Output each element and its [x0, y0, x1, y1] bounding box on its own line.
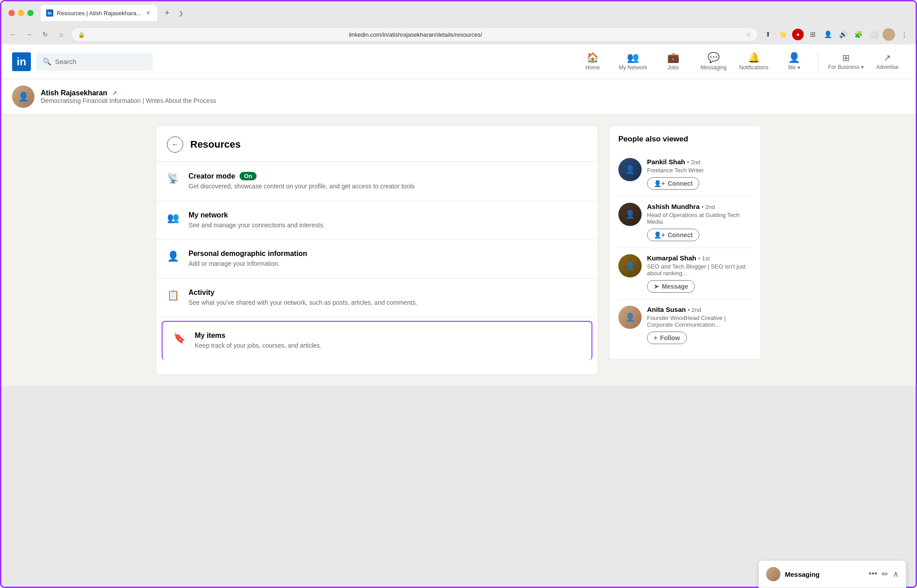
my-network-name: My network — [189, 211, 587, 219]
menu-icon[interactable]: ⋮ — [898, 28, 910, 41]
my-items-icon: 🔖 — [173, 332, 186, 344]
back-button[interactable]: ← — [167, 136, 183, 153]
person-item-1: 👤 Pankil Shah • 2nd Freelance Tech Write… — [618, 152, 752, 196]
home-icon: 🏠 — [587, 52, 599, 64]
messaging-bar: Messaging ••• ✏ ∧ — [758, 560, 906, 588]
messaging-nav-label: Messaging — [701, 64, 727, 71]
linkedin-nav: in 🔍 Search 🏠 Home 👥 My Network 💼 Jobs — [1, 44, 916, 79]
extensions-icon[interactable]: ● — [792, 29, 804, 40]
nav-for-business[interactable]: ⊞ For Business ▾ — [822, 44, 870, 79]
browser-tab[interactable]: in Resources | Atish Rajasekhara... ✕ — [41, 5, 157, 21]
browser-titlebar: in Resources | Atish Rajasekhara... ✕ + … — [1, 1, 916, 25]
nav-advertise[interactable]: ↗ Advertise — [870, 44, 905, 79]
resource-personal-demographic[interactable]: 👤 Personal demographic information Add o… — [156, 240, 598, 279]
minimize-button[interactable] — [18, 10, 24, 16]
person-name-2[interactable]: Ashish Mundhra — [647, 203, 700, 210]
jobs-icon: 💼 — [667, 52, 679, 64]
bookmark-star-icon[interactable]: ⭐ — [777, 28, 789, 41]
person-degree-2: • 2nd — [702, 204, 715, 210]
people-also-viewed-card: People also viewed 👤 Pankil Shah • 2nd F… — [609, 125, 761, 360]
nav-my-network[interactable]: 👥 My Network — [613, 44, 653, 79]
new-tab-button[interactable]: + — [161, 7, 173, 19]
search-placeholder: Search — [55, 58, 77, 65]
for-business-icon: ⊞ — [842, 52, 850, 63]
activity-info: Activity See what you've shared with you… — [189, 289, 587, 307]
sidebar-icon[interactable]: ⬜ — [867, 28, 880, 41]
messaging-more-icon[interactable]: ••• — [869, 569, 877, 579]
nav-jobs[interactable]: 💼 Jobs — [653, 44, 694, 79]
sound-icon[interactable]: 🔊 — [837, 28, 849, 41]
puzzle-icon[interactable]: 🧩 — [852, 28, 865, 41]
nav-home[interactable]: 🏠 Home — [573, 44, 613, 79]
person-avatar-4: 👤 — [618, 306, 642, 329]
address-bar[interactable]: 🔒 linkedin.com/in/atishrajasekharan/deta… — [71, 27, 758, 42]
linkedin-logo[interactable]: in — [12, 52, 31, 71]
person-name-1[interactable]: Pankil Shah — [647, 158, 685, 166]
sidebar: People also viewed 👤 Pankil Shah • 2nd F… — [609, 125, 761, 375]
messaging-collapse-icon[interactable]: ∧ — [893, 569, 899, 579]
home-button[interactable]: ⌂ — [55, 28, 68, 41]
message-button-3[interactable]: ➤ Message — [647, 280, 695, 293]
maximize-button[interactable] — [27, 10, 34, 16]
activity-desc: See what you've shared with your network… — [189, 298, 587, 307]
profile-name[interactable]: Atish Rajasekharan — [41, 89, 107, 97]
back-button[interactable]: ← — [7, 28, 19, 41]
messaging-icons: ••• ✏ ∧ — [869, 569, 899, 579]
address-bar-row: ← → ↻ ⌂ 🔒 linkedin.com/in/atishrajasekha… — [1, 25, 916, 44]
share-icon[interactable]: ⬆ — [762, 28, 774, 41]
resource-activity[interactable]: 📋 Activity See what you've shared with y… — [156, 279, 598, 318]
tab-close-button[interactable]: ✕ — [145, 9, 152, 17]
person-title-1: Freelance Tech Writer — [647, 167, 752, 174]
my-network-label: My Network — [619, 64, 647, 71]
for-business-label: For Business ▾ — [828, 64, 864, 70]
my-network-resource-icon: 👥 — [167, 212, 180, 224]
resources-title: Resources — [190, 139, 241, 150]
nav-messaging[interactable]: 💬 Messaging — [694, 44, 734, 79]
browser-profile-icon[interactable] — [883, 28, 895, 41]
my-items-info: My items Keep track of your jobs, course… — [195, 332, 581, 350]
creator-mode-icon: 📡 — [167, 173, 180, 184]
resource-my-items[interactable]: 🔖 My items Keep track of your jobs, cour… — [162, 321, 592, 360]
nav-me[interactable]: 👤 Me ▾ — [774, 44, 814, 79]
my-network-info: My network See and manage your connectio… — [189, 211, 587, 230]
linkedin-page: in 🔍 Search 🏠 Home 👥 My Network 💼 Jobs — [1, 44, 916, 386]
personal-demographic-name: Personal demographic information — [189, 250, 587, 258]
nav-divider — [818, 53, 818, 71]
personal-demographic-icon: 👤 — [167, 251, 180, 262]
my-items-desc: Keep track of your jobs, courses, and ar… — [195, 341, 581, 350]
forward-button[interactable]: → — [23, 28, 35, 41]
extension-2-icon[interactable]: ⊞ — [806, 28, 819, 41]
search-icon: 🔍 — [43, 57, 51, 66]
my-network-icon: 👥 — [627, 52, 639, 64]
extension-3-icon[interactable]: 👤 — [822, 28, 834, 41]
browser-toolbar-icons: ⬆ ⭐ ● ⊞ 👤 🔊 🧩 ⬜ ⋮ — [762, 28, 910, 41]
profile-bar: 👤 Atish Rajasekharan ↗ Democratising Fin… — [1, 79, 916, 115]
person-title-3: SEO and Tech Blogger | SEO isn't just ab… — [647, 263, 752, 277]
connect-button-1[interactable]: 👤+ Connect — [647, 177, 699, 190]
close-button[interactable] — [9, 10, 15, 16]
connect-button-2[interactable]: 👤+ Connect — [647, 229, 699, 241]
creator-mode-name: Creator mode On — [189, 172, 587, 180]
browser-window: in Resources | Atish Rajasekhara... ✕ + … — [0, 0, 917, 588]
traffic-lights — [9, 10, 34, 16]
messaging-nav-icon: 💬 — [707, 52, 720, 64]
messaging-compose-icon[interactable]: ✏ — [882, 569, 888, 579]
messaging-avatar — [766, 567, 780, 581]
profile-details: Atish Rajasekharan ↗ Democratising Finan… — [41, 89, 216, 104]
resource-my-network[interactable]: 👥 My network See and manage your connect… — [156, 201, 598, 240]
my-items-name: My items — [195, 332, 581, 340]
follow-button-4[interactable]: + Follow — [647, 332, 687, 344]
person-name-3[interactable]: Kumarpal Shah — [647, 254, 696, 262]
nav-notifications[interactable]: 🔔 Notifications — [734, 44, 774, 79]
person-name-4[interactable]: Anita Susan — [647, 306, 686, 313]
profile-name-row: Atish Rajasekharan ↗ — [41, 89, 216, 97]
person-avatar-2: 👤 — [618, 203, 642, 226]
people-also-viewed-title: People also viewed — [618, 135, 752, 144]
profile-external-link[interactable]: ↗ — [112, 89, 117, 97]
refresh-button[interactable]: ↻ — [39, 28, 51, 41]
follow-icon-4: + — [654, 334, 657, 341]
search-bar[interactable]: 🔍 Search — [36, 53, 153, 71]
resource-creator-mode[interactable]: 📡 Creator mode On Get discovered, showca… — [156, 162, 598, 201]
bookmark-icon[interactable]: ☆ — [746, 31, 751, 38]
jobs-label: Jobs — [668, 64, 679, 71]
